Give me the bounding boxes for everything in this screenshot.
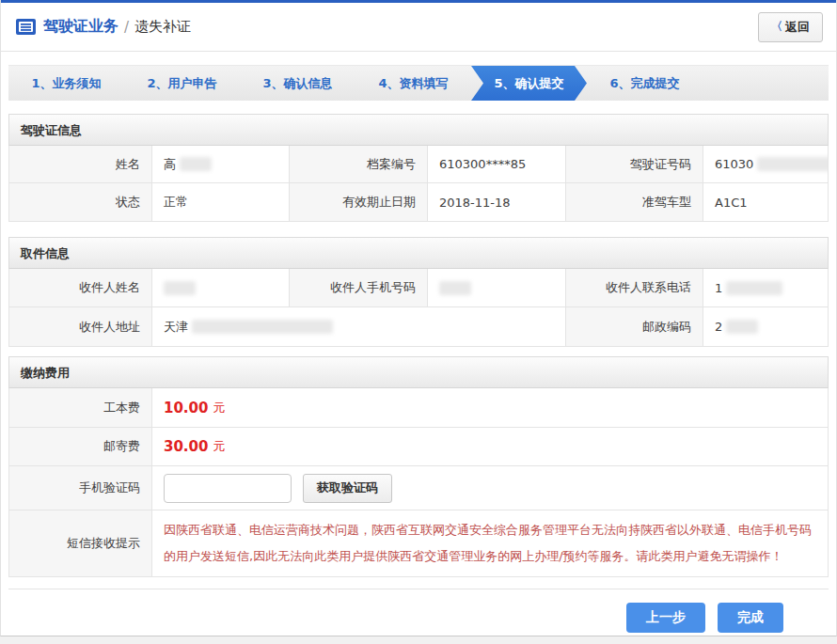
name-value: 高 — [152, 146, 290, 182]
pickup-section-title: 取件信息 — [8, 237, 829, 269]
sms-notice-cell: 因陕西省联通、电信运营商技术问题，陕西省互联网交通安全综合服务管理平台无法向持陕… — [152, 510, 828, 576]
production-fee-unit: 元 — [213, 400, 225, 416]
breadcrumb-separator: / — [124, 19, 129, 36]
step-tab-4[interactable]: 4、资料填写 — [355, 66, 471, 101]
redacted-blob — [726, 320, 758, 334]
postage-fee-label: 邮寄费 — [9, 428, 152, 465]
sms-code-input[interactable] — [164, 474, 292, 503]
step-tab-6[interactable]: 6、完成提交 — [587, 66, 703, 101]
sms-code-label: 手机验证码 — [9, 466, 152, 510]
recipient-phone-label: 收件人手机号码 — [290, 269, 428, 306]
postage-fee-amount: 30.00 — [164, 438, 208, 455]
expiry-label: 有效期止日期 — [290, 183, 428, 221]
recipient-name-value — [152, 269, 290, 306]
table-row: 状态 正常 有效期止日期 2018-11-18 准驾车型 A1C1 — [9, 183, 828, 221]
page-title: 驾驶证业务 — [43, 17, 118, 37]
license-no-label: 驾驶证号码 — [566, 146, 703, 182]
fees-table: 工本费 10.00元 邮寄费 30.00元 手机验证码 获取验证码 短信接收提 — [8, 388, 829, 577]
class-value: A1C1 — [703, 183, 828, 221]
pickup-info-table: 收件人姓名 收件人手机号码 收件人联系电话 1 收件人地址 天津 邮政编码 2 — [8, 269, 829, 347]
page-container: 驾驶证业务 / 遗失补证 〈 返回 1、业务须知 2、用户申告 3、确认信息 4… — [0, 0, 837, 636]
pickup-info-section: 取件信息 收件人姓名 收件人手机号码 收件人联系电话 1 收件人地址 天津 邮政… — [8, 237, 829, 347]
page-header: 驾驶证业务 / 遗失补证 〈 返回 — [1, 3, 836, 52]
table-row: 短信接收提示 因陕西省联通、电信运营商技术问题，陕西省互联网交通安全综合服务管理… — [9, 510, 828, 576]
back-chevron-icon: 〈 — [771, 19, 782, 35]
fees-section: 缴纳费用 工本费 10.00元 邮寄费 30.00元 手机验证码 获取验证码 — [8, 356, 829, 577]
breadcrumb-subtitle: 遗失补证 — [134, 18, 191, 36]
prev-step-button[interactable]: 上一步 — [626, 603, 705, 633]
finish-button[interactable]: 完成 — [718, 603, 783, 633]
license-section-title: 驾驶证信息 — [8, 114, 829, 146]
address-value: 天津 — [152, 307, 566, 346]
step-bar-filler — [703, 66, 829, 101]
recipient-tel-label: 收件人联系电话 — [566, 269, 703, 306]
back-button-label: 返回 — [785, 19, 810, 36]
status-label: 状态 — [9, 183, 152, 221]
postcode-value: 2 — [703, 307, 828, 346]
status-value: 正常 — [152, 183, 290, 221]
license-no-value: 61030 — [703, 146, 828, 182]
sms-notice-text: 因陕西省联通、电信运营商技术问题，陕西省互联网交通安全综合服务管理平台无法向持陕… — [152, 510, 828, 576]
redacted-blob — [757, 157, 828, 171]
recipient-name-label: 收件人姓名 — [9, 269, 152, 306]
table-row: 收件人地址 天津 邮政编码 2 — [9, 307, 828, 346]
postage-fee-value: 30.00元 — [152, 428, 828, 465]
sms-code-cell: 获取验证码 — [152, 466, 828, 510]
step-wizard: 1、业务须知 2、用户申告 3、确认信息 4、资料填写 5、确认提交 6、完成提… — [8, 65, 829, 101]
table-row: 邮寄费 30.00元 — [9, 428, 828, 466]
step-tab-1[interactable]: 1、业务须知 — [8, 66, 124, 101]
production-fee-value: 10.00元 — [152, 388, 828, 427]
redacted-blob — [192, 320, 333, 334]
postage-fee-unit: 元 — [213, 438, 225, 455]
file-no-label: 档案编号 — [290, 146, 428, 182]
expiry-value: 2018-11-18 — [428, 183, 566, 221]
back-button[interactable]: 〈 返回 — [758, 12, 823, 42]
name-label: 姓名 — [9, 146, 152, 182]
sms-notice-label: 短信接收提示 — [9, 510, 152, 576]
production-fee-label: 工本费 — [9, 388, 152, 427]
recipient-tel-value: 1 — [703, 269, 828, 306]
step-tab-5-active[interactable]: 5、确认提交 — [471, 66, 587, 101]
production-fee-amount: 10.00 — [164, 400, 208, 416]
fees-section-title: 缴纳费用 — [8, 356, 829, 388]
license-info-section: 驾驶证信息 姓名 高 档案编号 610300****85 驾驶证号码 61030… — [8, 114, 829, 222]
table-row: 手机验证码 获取验证码 — [9, 466, 828, 510]
get-code-button[interactable]: 获取验证码 — [303, 474, 392, 503]
redacted-blob — [439, 281, 471, 295]
table-row: 工本费 10.00元 — [9, 388, 828, 428]
step-tab-2[interactable]: 2、用户申告 — [124, 66, 240, 101]
table-row: 收件人姓名 收件人手机号码 收件人联系电话 1 — [9, 269, 828, 307]
file-no-value: 610300****85 — [428, 146, 566, 182]
license-info-table: 姓名 高 档案编号 610300****85 驾驶证号码 61030 状态 正常… — [8, 146, 829, 222]
address-label: 收件人地址 — [9, 307, 152, 346]
recipient-phone-value — [428, 269, 566, 306]
footer-actions: 上一步 完成 — [8, 589, 829, 633]
redacted-blob — [164, 281, 196, 295]
table-row: 姓名 高 档案编号 610300****85 驾驶证号码 61030 — [9, 146, 828, 183]
postcode-label: 邮政编码 — [566, 307, 703, 346]
redacted-blob — [726, 281, 782, 295]
redacted-blob — [180, 157, 212, 171]
class-label: 准驾车型 — [566, 183, 703, 221]
license-list-icon — [16, 19, 36, 35]
step-tab-3[interactable]: 3、确认信息 — [240, 66, 355, 101]
